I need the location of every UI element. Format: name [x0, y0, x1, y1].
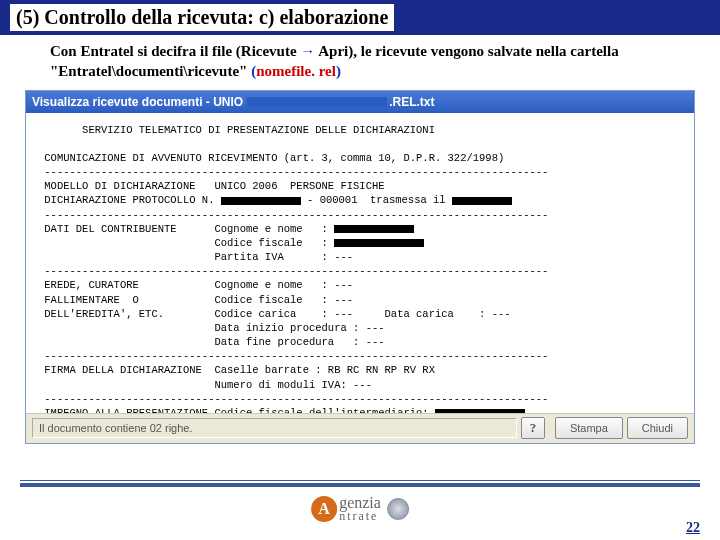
- divider-line: ----------------------------------------…: [38, 392, 682, 406]
- redacted-text: [334, 239, 424, 247]
- document-content: SERVIZIO TELEMATICO DI PRESENTAZIONE DEL…: [26, 113, 694, 413]
- print-button[interactable]: Stampa: [555, 417, 623, 439]
- text-line: MODELLO DI DICHIARAZIONE UNICO 2006 PERS…: [38, 179, 682, 193]
- redacted-text: [452, 197, 512, 205]
- text-line: DATI DEL CONTRIBUENTE Cognome e nome :: [38, 222, 682, 236]
- desc-text: Con Entratel si decifra il file (Ricevut…: [50, 43, 300, 59]
- text-line: COMUNICAZIONE DI AVVENUTO RICEVIMENTO (a…: [38, 151, 682, 165]
- footer-divider: [20, 480, 700, 481]
- text-line: Numero di moduli IVA: ---: [38, 378, 682, 392]
- text-line: FALLIMENTARE O Codice fiscale : ---: [38, 293, 682, 307]
- app-window: Visualizza ricevute documenti - UNIO .RE…: [25, 90, 695, 444]
- footer-divider-thick: [20, 483, 700, 487]
- help-button[interactable]: ?: [521, 417, 545, 439]
- divider-line: ----------------------------------------…: [38, 349, 682, 363]
- text-line: DELL'EREDITA', ETC. Codice carica : --- …: [38, 307, 682, 321]
- slide-title: (5) Controllo della ricevuta: c) elabora…: [0, 0, 720, 35]
- text-line: SERVIZIO TELEMATICO DI PRESENTAZIONE DEL…: [38, 123, 682, 137]
- emblem-icon: [387, 498, 409, 520]
- divider-line: ----------------------------------------…: [38, 264, 682, 278]
- text-line: Partita IVA : ---: [38, 250, 682, 264]
- divider-line: ----------------------------------------…: [38, 165, 682, 179]
- text-line: Codice fiscale :: [38, 236, 682, 250]
- text-line: FIRMA DELLA DICHIARAZIONE Caselle barrat…: [38, 363, 682, 377]
- divider-line: ----------------------------------------…: [38, 208, 682, 222]
- text-line: EREDE, CURATORE Cognome e nome : ---: [38, 278, 682, 292]
- logo-a-icon: A: [311, 496, 337, 522]
- arrow-icon: →: [300, 43, 315, 59]
- page-number: 22: [686, 520, 700, 536]
- slide-footer: A genzia ntrate 22: [0, 480, 720, 540]
- text-line: Data inizio procedura : ---: [38, 321, 682, 335]
- close-button[interactable]: Chiudi: [627, 417, 688, 439]
- window-title-prefix: Visualizza ricevute documenti - UNIO: [32, 95, 243, 109]
- slide-title-text: (5) Controllo della ricevuta: c) elabora…: [10, 4, 394, 31]
- status-text: Il documento contiene 02 righe.: [32, 418, 517, 438]
- redacted-text: [221, 197, 301, 205]
- filename: nomefile. rel: [256, 63, 336, 79]
- slide-description: Con Entratel si decifra il file (Ricevut…: [0, 41, 720, 90]
- agenzia-logo: A genzia ntrate: [311, 496, 381, 522]
- paren-close: ): [336, 63, 341, 79]
- text-line: Data fine procedura : ---: [38, 335, 682, 349]
- redacted-text: [334, 225, 414, 233]
- text-line: DICHIARAZIONE PROTOCOLLO N. - 000001 tra…: [38, 193, 682, 207]
- logo-text-sub: ntrate: [339, 511, 381, 522]
- window-title-suffix: .REL.txt: [389, 95, 434, 109]
- redacted-text: [435, 409, 525, 412]
- status-bar: Il documento contiene 02 righe. ? Stampa…: [26, 413, 694, 443]
- window-titlebar[interactable]: Visualizza ricevute documenti - UNIO .RE…: [26, 91, 694, 113]
- footer-logos: A genzia ntrate: [311, 496, 409, 522]
- redacted-text: [247, 97, 387, 107]
